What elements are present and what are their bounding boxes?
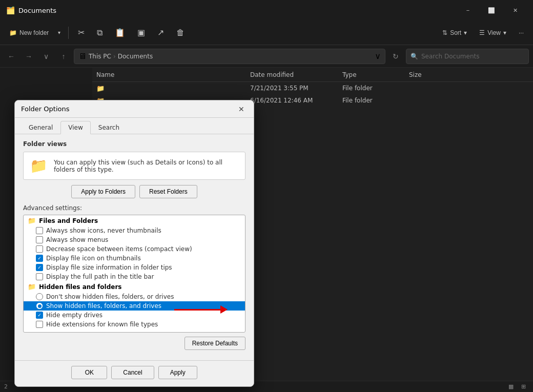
adv-item-filesize[interactable]: Display file size information in folder …: [24, 263, 245, 272]
checkbox-fullpath[interactable]: [36, 273, 43, 280]
folder-views-icon: 📁: [30, 157, 48, 174]
checkbox-hideempty[interactable]: [36, 312, 43, 319]
ok-button[interactable]: OK: [71, 366, 107, 379]
restore-defaults-wrap: Restore Defaults: [23, 337, 245, 350]
checkbox-hideext[interactable]: [36, 321, 43, 328]
tab-view[interactable]: View: [60, 121, 90, 134]
checkbox-compact[interactable]: [36, 245, 43, 253]
adv-item-dontshow[interactable]: Don't show hidden files, folders, or dri…: [24, 292, 245, 301]
adv-item-compact[interactable]: Decrease space between items (compact vi…: [24, 244, 245, 254]
checkbox-filesize[interactable]: [36, 264, 43, 271]
category-icon: 📁: [28, 217, 36, 224]
reset-folders-button[interactable]: Reset Folders: [139, 185, 197, 198]
adv-item-menus[interactable]: Always show menus: [24, 235, 245, 244]
cancel-button[interactable]: Cancel: [111, 366, 154, 379]
category-files-folders: 📁 Files and Folders: [24, 215, 245, 226]
adv-item-hideext[interactable]: Hide extensions for known file types: [24, 320, 245, 329]
apply-to-folders-button[interactable]: Apply to Folders: [71, 185, 135, 198]
dialog-tabs: General View Search: [15, 118, 254, 134]
adv-item-hideempty[interactable]: Hide empty drives: [24, 311, 245, 320]
dialog-close-button[interactable]: ✕: [235, 103, 248, 115]
dialog-body: Folder views 📁 You can apply this view (…: [15, 134, 254, 360]
apply-button[interactable]: Apply: [158, 366, 197, 379]
folder-views-label: Folder views: [23, 140, 245, 148]
dialog-overlay: Folder Options ✕ General View Search Fol…: [0, 0, 533, 392]
folder-views-buttons: Apply to Folders Reset Folders: [23, 185, 245, 198]
checkbox-menus[interactable]: [36, 236, 43, 243]
dialog-title-bar: Folder Options ✕: [15, 100, 254, 118]
adv-item-fileiconthumbs[interactable]: Display file icon on thumbnails: [24, 254, 245, 263]
category-hidden: 📁 Hidden files and folders: [24, 281, 245, 292]
adv-item-fullpath[interactable]: Display the full path in the title bar: [24, 272, 245, 281]
radio-showhidden[interactable]: [36, 302, 43, 310]
restore-defaults-button[interactable]: Restore Defaults: [184, 337, 245, 350]
folder-views-box: 📁 You can apply this view (such as Detai…: [23, 152, 245, 180]
folder-options-dialog: Folder Options ✕ General View Search Fol…: [14, 100, 254, 387]
dialog-footer: OK Cancel Apply: [15, 360, 254, 386]
adv-item-icons[interactable]: Always show icons, never thumbnails: [24, 226, 245, 235]
radio-dontshow[interactable]: [36, 293, 43, 300]
folder-views-description: You can apply this view (such as Details…: [54, 159, 239, 173]
checkbox-fileiconthumbs[interactable]: [36, 255, 43, 262]
tab-general[interactable]: General: [21, 121, 60, 134]
dialog-title: Folder Options: [21, 105, 235, 113]
adv-item-showhidden[interactable]: Show hidden files, folders, and drives: [24, 301, 245, 311]
tab-search[interactable]: Search: [91, 121, 127, 134]
advanced-settings-label: Advanced settings:: [23, 204, 245, 212]
checkbox-icons[interactable]: [36, 227, 43, 234]
category-hidden-icon: 📁: [28, 283, 36, 291]
advanced-settings-list[interactable]: 📁 Files and Folders Always show icons, n…: [23, 215, 245, 333]
